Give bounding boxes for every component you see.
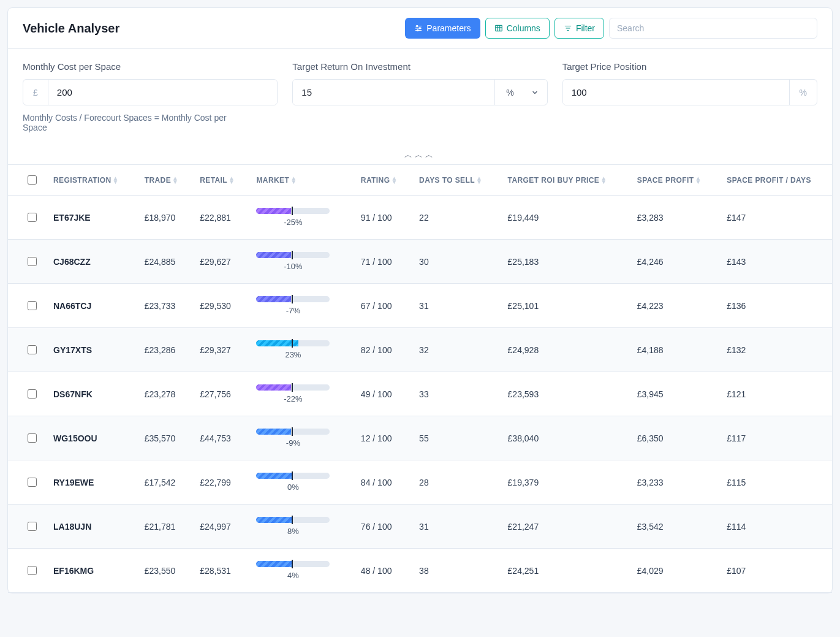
cell-retail: £22,799 bbox=[192, 460, 249, 505]
cell-rating: 12 / 100 bbox=[354, 416, 412, 460]
market-pct-label: -25% bbox=[256, 218, 330, 227]
svg-point-3 bbox=[417, 25, 418, 26]
col-market[interactable]: Market▲▼ bbox=[249, 165, 353, 196]
market-bar bbox=[256, 473, 330, 479]
cell-days: 31 bbox=[412, 505, 500, 549]
cell-profit: £3,283 bbox=[630, 196, 719, 240]
cell-roi: £25,101 bbox=[501, 284, 630, 328]
cell-profit: £3,542 bbox=[630, 505, 719, 549]
cell-registration: ET67JKE bbox=[46, 196, 137, 240]
row-checkbox[interactable] bbox=[28, 213, 37, 222]
param-cost-per-space: Monthly Cost per Space £ Monthly Costs /… bbox=[23, 61, 278, 132]
table-row: CJ68CZZ£24,885£29,627-10%71 / 10030£25,1… bbox=[8, 240, 832, 284]
sort-icon: ▲▼ bbox=[113, 177, 119, 184]
cell-roi: £24,251 bbox=[501, 549, 630, 593]
col-roi[interactable]: Target ROI Buy Price▲▼ bbox=[501, 165, 630, 196]
cell-registration: GY17XTS bbox=[46, 328, 137, 372]
table-row: ET67JKE£18,970£22,881-25%91 / 10022£19,4… bbox=[8, 196, 832, 240]
col-trade[interactable]: Trade▲▼ bbox=[137, 165, 193, 196]
filter-button[interactable]: Filter bbox=[554, 18, 604, 39]
roi-unit-label: % bbox=[506, 88, 513, 97]
cell-roi: £19,379 bbox=[501, 460, 630, 505]
columns-button[interactable]: Columns bbox=[485, 18, 550, 39]
collapse-toggle[interactable]: ︿︿︿ bbox=[8, 147, 832, 164]
cell-days: 28 bbox=[412, 460, 500, 505]
cell-retail: £22,881 bbox=[192, 196, 249, 240]
table-row: EF16KMG£23,550£28,5314%48 / 10038£24,251… bbox=[8, 549, 832, 593]
cell-profit: £6,350 bbox=[630, 416, 719, 460]
cell-profit: £4,029 bbox=[630, 549, 719, 593]
cell-registration: EF16KMG bbox=[46, 549, 137, 593]
row-checkbox[interactable] bbox=[28, 433, 37, 443]
cell-profit-days: £115 bbox=[719, 460, 832, 505]
cell-profit-days: £147 bbox=[719, 196, 832, 240]
cell-profit: £4,246 bbox=[630, 240, 719, 284]
cell-days: 38 bbox=[412, 549, 500, 593]
roi-input-group: % bbox=[292, 79, 547, 105]
cell-profit-days: £143 bbox=[719, 240, 832, 284]
parameters-section: Monthly Cost per Space £ Monthly Costs /… bbox=[8, 49, 832, 147]
cell-registration: DS67NFK bbox=[46, 372, 137, 416]
cell-market: -7% bbox=[249, 284, 353, 328]
cell-rating: 84 / 100 bbox=[354, 460, 412, 505]
row-checkbox[interactable] bbox=[28, 566, 37, 575]
row-checkbox[interactable] bbox=[28, 301, 37, 310]
market-bar bbox=[256, 561, 330, 567]
chevron-down-icon bbox=[531, 89, 539, 96]
cell-days: 31 bbox=[412, 284, 500, 328]
parameters-label: Parameters bbox=[426, 23, 471, 33]
cell-profit-days: £117 bbox=[719, 416, 832, 460]
market-pct-label: 0% bbox=[256, 483, 330, 492]
currency-addon: £ bbox=[23, 80, 48, 105]
market-pct-label: -22% bbox=[256, 394, 330, 403]
col-registration[interactable]: Registration▲▼ bbox=[46, 165, 137, 196]
select-all-checkbox[interactable] bbox=[28, 175, 37, 185]
col-retail[interactable]: Retail▲▼ bbox=[192, 165, 249, 196]
cell-days: 30 bbox=[412, 240, 500, 284]
cell-profit: £4,188 bbox=[630, 328, 719, 372]
cell-profit-days: £132 bbox=[719, 328, 832, 372]
filter-label: Filter bbox=[576, 23, 595, 33]
cell-market: -25% bbox=[249, 196, 353, 240]
price-label: Target Price Position bbox=[562, 61, 817, 72]
cell-profit-days: £121 bbox=[719, 372, 832, 416]
toolbar: Parameters Columns Filter bbox=[405, 18, 817, 39]
cell-registration: NA66TCJ bbox=[46, 284, 137, 328]
market-bar bbox=[256, 208, 330, 214]
table-row: WG15OOU£35,570£44,753-9%12 / 10055£38,04… bbox=[8, 416, 832, 460]
cell-trade: £21,781 bbox=[137, 505, 193, 549]
market-pct-label: -9% bbox=[256, 438, 330, 448]
table-row: RY19EWE£17,542£22,7990%84 / 10028£19,379… bbox=[8, 460, 832, 505]
row-checkbox[interactable] bbox=[28, 345, 37, 354]
cell-market: 23% bbox=[249, 328, 353, 372]
cell-roi: £21,247 bbox=[501, 505, 630, 549]
svg-point-5 bbox=[417, 29, 418, 31]
cell-market: -22% bbox=[249, 372, 353, 416]
param-target-price: Target Price Position % bbox=[562, 61, 817, 132]
columns-label: Columns bbox=[507, 23, 540, 33]
vehicle-table: Registration▲▼ Trade▲▼ Retail▲▼ Market▲▼… bbox=[8, 164, 832, 593]
row-checkbox[interactable] bbox=[28, 522, 37, 531]
parameters-button[interactable]: Parameters bbox=[405, 18, 480, 39]
col-profit[interactable]: Space Profit▲▼ bbox=[630, 165, 719, 196]
cell-retail: £24,997 bbox=[192, 505, 249, 549]
cell-profit: £4,223 bbox=[630, 284, 719, 328]
roi-input[interactable] bbox=[293, 80, 494, 105]
cell-retail: £29,530 bbox=[192, 284, 249, 328]
price-input[interactable] bbox=[563, 80, 789, 105]
cost-input[interactable] bbox=[48, 80, 278, 105]
cell-market: 4% bbox=[249, 549, 353, 593]
row-checkbox[interactable] bbox=[28, 478, 37, 487]
col-days[interactable]: Days To Sell▲▼ bbox=[412, 165, 500, 196]
roi-label: Target Return On Investment bbox=[292, 61, 547, 72]
col-rating[interactable]: Rating▲▼ bbox=[354, 165, 412, 196]
cost-input-group: £ bbox=[23, 79, 278, 105]
roi-unit-select[interactable]: % bbox=[494, 80, 547, 105]
cell-profit-days: £114 bbox=[719, 505, 832, 549]
row-checkbox[interactable] bbox=[28, 389, 37, 399]
cell-profit-days: £136 bbox=[719, 284, 832, 328]
col-profit-days[interactable]: Space Profit / Days bbox=[719, 165, 832, 196]
cell-market: 8% bbox=[249, 505, 353, 549]
row-checkbox[interactable] bbox=[28, 257, 37, 266]
search-input[interactable] bbox=[609, 18, 817, 39]
